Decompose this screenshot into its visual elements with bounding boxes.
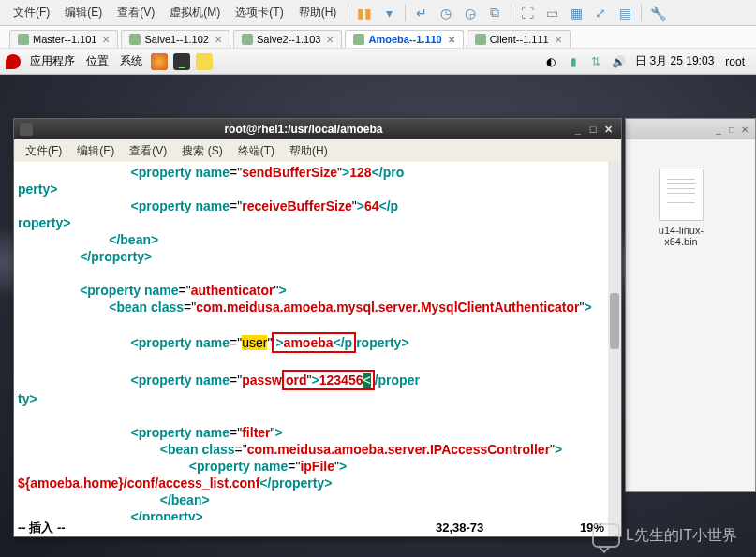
clock[interactable]: 日 3月 25 19:03 — [630, 53, 719, 69]
term-menu-file[interactable]: 文件(F) — [18, 143, 69, 159]
stretch-icon[interactable]: ⤢ — [591, 4, 610, 22]
system-menu[interactable]: 系统 — [114, 53, 148, 69]
close-icon[interactable]: ✕ — [738, 125, 751, 135]
menu-edit[interactable]: 编辑(E) — [57, 5, 110, 21]
term-menu-terminal[interactable]: 终端(T) — [230, 143, 282, 159]
snapshot-icon[interactable]: ◷ — [437, 4, 455, 22]
close-icon[interactable]: ✕ — [102, 35, 110, 45]
vm-icon — [129, 34, 141, 45]
minimize-icon[interactable]: _ — [571, 124, 586, 136]
vm-icon — [475, 34, 486, 45]
lib-icon[interactable]: ▤ — [615, 4, 634, 22]
tab-master[interactable]: Master--1.101✕ — [9, 30, 118, 48]
vm-icon — [242, 34, 253, 45]
places-menu[interactable]: 位置 — [81, 53, 114, 69]
terminal-window: root@rhel1:/usr/local/amoeba _□✕ 文件(F) 编… — [13, 118, 622, 537]
close-icon[interactable]: ✕ — [215, 35, 222, 45]
apps-menu[interactable]: 应用程序 — [24, 53, 81, 69]
gauge-icon[interactable]: ◐ — [542, 53, 559, 70]
tab-label: Amoeba--1.110 — [368, 34, 441, 45]
redhat-icon — [6, 54, 21, 69]
watermark: L先生的IT小世界 — [592, 523, 737, 548]
wrench-icon[interactable]: 🔧 — [648, 4, 667, 22]
terminal-content[interactable]: <property name="sendBufferSize">128</pro… — [14, 162, 608, 536]
menu-view[interactable]: 查看(V) — [110, 5, 162, 21]
vim-mode: -- 插入 -- — [18, 520, 436, 536]
maximize-icon[interactable]: □ — [725, 125, 738, 135]
wechat-icon — [592, 523, 620, 548]
vmware-menubar: 文件(F) 编辑(E) 查看(V) 虚拟机(M) 选项卡(T) 帮助(H) ▮▮… — [0, 0, 756, 26]
menu-vm[interactable]: 虚拟机(M) — [162, 5, 228, 21]
close-icon[interactable]: ✕ — [555, 35, 562, 45]
tab-salve1[interactable]: Salve1--1.102✕ — [121, 30, 230, 48]
close-icon[interactable]: ✕ — [448, 35, 455, 45]
tab-salve2[interactable]: Salve2--1.103✕ — [233, 30, 343, 48]
vim-position: 32,38-73 — [436, 520, 557, 536]
tab-client[interactable]: Client--1.111✕ — [467, 30, 571, 48]
term-menu-help[interactable]: 帮助(H) — [282, 143, 335, 159]
terminal-scrollbar[interactable] — [608, 162, 621, 536]
tab-label: Client--1.111 — [490, 34, 549, 45]
close-icon[interactable]: ✕ — [600, 124, 615, 136]
battery-icon[interactable]: ▮ — [565, 53, 582, 70]
menu-file[interactable]: 文件(F) — [6, 5, 57, 21]
snapshot2-icon[interactable]: ◶ — [461, 4, 480, 22]
term-menu-search[interactable]: 搜索 (S) — [174, 143, 230, 159]
maximize-icon[interactable]: □ — [586, 124, 600, 136]
vm-tab-bar: Master--1.101✕ Salve1--1.102✕ Salve2--1.… — [0, 26, 756, 49]
terminal-title: root@rhel1:/usr/local/amoeba — [37, 123, 571, 136]
close-icon[interactable]: ✕ — [326, 35, 334, 45]
terminal-icon[interactable]: _ — [173, 53, 190, 70]
file-label: u14-linux-x64.bin — [644, 225, 719, 247]
multi-icon[interactable]: ▦ — [567, 4, 586, 22]
fullscreen-icon[interactable]: ⛶ — [518, 4, 537, 22]
pause-icon[interactable]: ▮▮ — [355, 4, 374, 22]
desktop-file[interactable]: u14-linux-x64.bin — [644, 169, 719, 247]
terminal-menubar: 文件(F) 编辑(E) 查看(V) 搜索 (S) 终端(T) 帮助(H) — [14, 139, 621, 162]
volume-icon[interactable]: 🔊 — [610, 53, 627, 70]
watermark-text: L先生的IT小世界 — [626, 526, 737, 546]
unity-icon[interactable]: ▭ — [542, 4, 561, 22]
user-label[interactable]: root — [719, 55, 750, 68]
vm-icon — [18, 34, 29, 45]
tab-label: Master--1.101 — [33, 34, 96, 45]
file-icon — [659, 169, 704, 221]
gnome-panel: 应用程序 位置 系统 _ ◐ ▮ ⇅ 🔊 日 3月 25 19:03 root — [0, 49, 756, 75]
manage-icon[interactable]: ⧉ — [485, 4, 504, 22]
notes-icon[interactable] — [196, 53, 213, 70]
firefox-icon[interactable] — [151, 53, 168, 70]
term-menu-edit[interactable]: 编辑(E) — [69, 143, 122, 159]
network-icon[interactable]: ⇅ — [587, 53, 604, 70]
dropdown-icon[interactable]: ▾ — [379, 4, 398, 22]
send-icon[interactable]: ↵ — [412, 4, 431, 22]
vim-statusline: -- 插入 -- 32,38-73 19% — [14, 520, 608, 536]
tab-amoeba[interactable]: Amoeba--1.110✕ — [345, 30, 463, 48]
vm-icon — [353, 34, 364, 45]
minimize-icon[interactable]: _ — [712, 125, 725, 135]
menu-help[interactable]: 帮助(H) — [291, 5, 345, 21]
scrollbar-thumb[interactable] — [610, 293, 619, 349]
menu-tabs[interactable]: 选项卡(T) — [228, 5, 290, 21]
terminal-titlebar[interactable]: root@rhel1:/usr/local/amoeba _□✕ — [14, 119, 621, 139]
terminal-app-icon — [20, 123, 33, 136]
tab-label: Salve1--1.102 — [144, 34, 209, 45]
term-menu-view[interactable]: 查看(V) — [122, 143, 174, 159]
tab-label: Salve2--1.103 — [257, 34, 321, 45]
